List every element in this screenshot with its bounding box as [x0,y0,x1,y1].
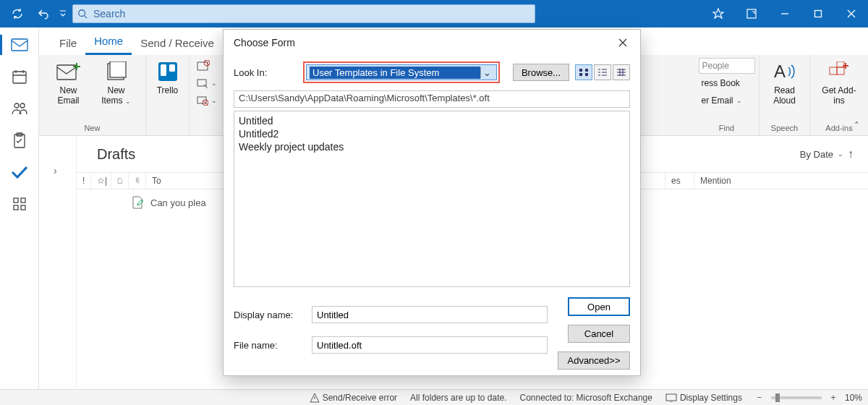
tab-file[interactable]: File [51,33,85,55]
read-aloud-button[interactable]: A Read Aloud [765,58,805,106]
list-item[interactable]: Untitled2 [239,127,625,140]
mail-preview: Can you plea [150,197,206,208]
status-error[interactable]: Send/Receive error [310,393,397,403]
col-attachment[interactable] [129,173,146,189]
nav-todo[interactable] [9,163,30,181]
svg-rect-12 [21,205,25,210]
group-addins-label: Add-ins [825,122,852,135]
dialog-close-button[interactable] [613,33,633,53]
svg-rect-28 [666,394,676,401]
svg-point-5 [14,103,19,108]
left-nav [0,27,39,389]
path-display: C:\Users\Sandy\AppData\Roaming\Microsoft… [234,90,630,108]
folder-pane-collapsed: › [39,136,77,389]
col-reminder[interactable]: ☆| [91,173,111,189]
maximize-button[interactable] [801,0,835,27]
junk-icon [197,95,208,106]
file-name-input[interactable] [312,336,548,354]
qat-dropdown-icon[interactable] [56,0,69,27]
status-bar: Send/Receive error All folders are up to… [0,389,868,405]
nav-calendar[interactable] [9,68,30,85]
nav-tasks[interactable] [9,132,30,149]
svg-rect-31 [579,73,582,76]
view-details[interactable] [613,64,630,80]
expand-folder-pane[interactable]: › [54,165,57,176]
minimize-button[interactable] [768,0,801,27]
zoom-controls[interactable]: －＋10% [755,391,862,404]
ignore-button[interactable] [194,58,220,74]
list-item[interactable]: Untitled [239,114,625,127]
draft-icon [132,196,143,209]
look-in-value: User Templates in File System [310,67,480,79]
filter-email-button[interactable]: er Email ⌄ [699,93,745,108]
tab-send-receive[interactable]: Send / Receive [132,33,223,55]
look-in-combo[interactable]: User Templates in File System ⌄ [306,64,497,80]
choose-form-dialog: Choose Form Look In: User Templates in F… [223,29,641,376]
svg-rect-18 [169,64,175,72]
sort-button[interactable]: By Date⌄↑ [800,148,854,161]
col-categories[interactable]: es [665,173,694,189]
col-icon[interactable] [111,173,129,189]
status-display-settings[interactable]: Display Settings [665,393,742,403]
group-speech-label: Speech [771,122,798,135]
svg-rect-29 [579,69,582,72]
file-name-label: File name: [234,340,305,351]
open-button[interactable]: Open [568,297,630,316]
new-items-button[interactable]: New Items ⌄ [96,58,137,106]
close-button[interactable] [835,0,868,27]
svg-rect-9 [14,198,18,202]
svg-rect-26 [837,67,844,74]
premium-icon[interactable] [702,0,735,27]
titlebar: Search [0,0,868,27]
svg-rect-17 [161,64,166,76]
svg-rect-4 [13,72,26,83]
svg-point-0 [79,10,85,17]
view-large-icons[interactable] [575,64,592,80]
svg-rect-15 [110,61,126,77]
group-find-label: Find [719,122,734,135]
view-list[interactable] [594,64,611,80]
browse-button[interactable]: Browse... [513,64,569,81]
advanced-button[interactable]: Advanced>> [558,351,630,370]
new-email-button[interactable]: New Email [48,58,89,106]
display-name-input[interactable] [312,306,548,323]
undo-icon[interactable] [30,0,56,27]
svg-rect-30 [585,69,588,72]
nav-more-apps[interactable] [9,195,30,213]
tab-home[interactable]: Home [85,30,132,55]
status-uptodate: All folders are up to date. [410,393,506,403]
addins-icon [828,59,850,84]
col-importance[interactable]: ! [77,173,91,189]
search-people-input[interactable]: People [699,58,755,74]
svg-rect-32 [585,73,588,76]
chevron-down-icon[interactable]: ⌄ [480,67,493,78]
group-new-label: New [84,122,100,135]
coming-soon-icon[interactable] [735,0,768,27]
search-icon [77,9,88,19]
cleanup-icon [197,78,208,88]
search-box[interactable]: Search [72,4,535,23]
junk-button[interactable]: ⌄ [194,93,220,108]
cleanup-button[interactable]: ⌄ [194,75,220,91]
address-book-button[interactable]: ress Book [699,75,743,91]
look-in-highlight: User Templates in File System ⌄ [303,61,500,83]
list-item[interactable]: Weekly project updates [239,140,625,153]
svg-rect-10 [21,198,25,202]
folder-title: Drafts [97,146,135,163]
svg-rect-19 [197,62,208,70]
display-name-label: Display name: [234,310,305,320]
collapse-ribbon-icon[interactable]: ˄ [854,120,859,131]
nav-mail[interactable] [9,36,30,54]
read-aloud-icon: A [774,59,796,84]
cancel-button[interactable]: Cancel [568,325,630,343]
svg-text:A: A [774,61,786,81]
dialog-title: Choose Form [234,37,295,48]
template-list[interactable]: Untitled Untitled2 Weekly project update… [234,111,630,287]
refresh-icon[interactable] [4,0,30,27]
get-addins-button[interactable]: Get Add-ins [819,58,859,106]
status-connected: Connected to: Microsoft Exchange [519,393,652,403]
col-mention[interactable]: Mention [694,173,868,189]
trello-button[interactable]: Trello [148,58,188,95]
nav-people[interactable] [9,100,30,117]
new-email-icon [56,59,81,84]
